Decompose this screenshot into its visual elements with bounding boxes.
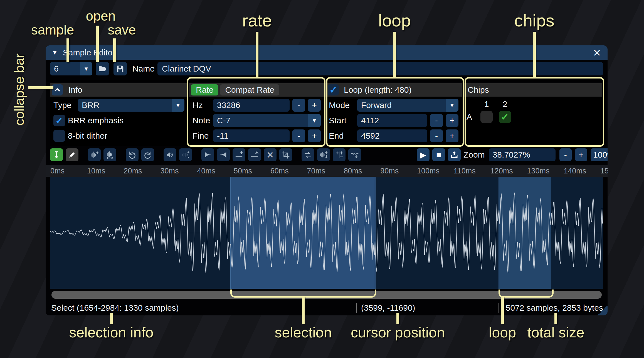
open-sample-button[interactable] <box>96 62 109 75</box>
ruler-label: 130ms <box>527 167 549 175</box>
type-value: BRR <box>78 99 172 112</box>
zoom-out-button[interactable]: - <box>559 148 572 161</box>
window-collapse-icon[interactable]: ▼ <box>52 49 58 56</box>
annotation-loop-bottom: loop <box>489 324 516 341</box>
apply-silence-button[interactable] <box>248 148 261 161</box>
floppy-disk-icon <box>116 65 124 73</box>
delete-button[interactable]: × <box>264 148 277 161</box>
8bit-dither-checkbox[interactable]: ✓ <box>53 130 65 142</box>
screenshot-stage: ▼ Sample Editor × 6 ▼ Name Clarinet DQV <box>0 0 644 358</box>
annotation-rate-line <box>256 32 258 77</box>
undo-button[interactable] <box>126 148 139 161</box>
undo-icon <box>128 151 136 159</box>
waveform-view[interactable] <box>50 177 603 289</box>
sign-plus-minus-icon <box>335 151 343 159</box>
type-label: Type <box>53 100 75 110</box>
filter-button[interactable] <box>348 148 361 161</box>
info-header-label: Info <box>68 85 82 95</box>
ruler-label: 60ms <box>270 167 289 175</box>
redo-icon <box>144 151 152 159</box>
wave-toolbar: × ▶ ■ Zoom 38.7027% - + 100% <box>50 148 603 162</box>
info-panel-header: Info <box>50 83 188 97</box>
save-sample-button[interactable] <box>113 62 127 75</box>
annotation-loop-line <box>393 32 396 77</box>
import-button[interactable] <box>448 148 461 161</box>
annotation-selection-info-line <box>110 313 113 324</box>
insert-silence-button[interactable] <box>233 148 245 161</box>
fade-out-button[interactable] <box>217 148 230 161</box>
cursor-position-text: (3599, -11690) <box>361 300 415 315</box>
time-ruler: 0ms10ms20ms30ms40ms50ms60ms70ms80ms90ms1… <box>46 165 608 177</box>
annotation-total-size-line <box>554 313 557 324</box>
wave-invert-icon <box>319 151 328 159</box>
status-bar: Select (1654-2984: 1330 samples) (3599, … <box>46 300 608 315</box>
ruler-label: 50ms <box>234 167 252 175</box>
annotation-cursor-position-line <box>396 313 399 324</box>
sample-number-combo[interactable]: 6 ▼ <box>50 62 92 75</box>
fade-in-icon <box>204 151 212 159</box>
annotation-cursor-position: cursor position <box>351 324 445 341</box>
wave-updown-icon <box>181 151 190 159</box>
annotation-loop-top: loop <box>378 11 411 30</box>
annotation-chips: chips <box>514 11 555 30</box>
preview-play-button[interactable]: ▶ <box>417 148 430 161</box>
brr-emphasis-checkbox[interactable]: ✓ <box>53 115 65 126</box>
trim-button[interactable] <box>279 148 292 161</box>
waveform-svg <box>50 177 603 289</box>
ruler-label: 40ms <box>197 167 215 175</box>
name-label: Name <box>132 62 155 75</box>
amplify-button[interactable] <box>164 148 176 161</box>
ruler-label: 120ms <box>490 167 513 175</box>
chevron-up-icon <box>54 86 61 94</box>
draw-tool-button[interactable] <box>66 148 78 161</box>
info-panel: Info Type BRR ▼ ✓ BRR emphasis ✓ 8-bit d… <box>50 83 188 146</box>
reverse-arrows-icon <box>304 151 312 159</box>
ruler-label: 30ms <box>160 167 179 175</box>
status-separator <box>499 303 499 313</box>
collapse-bar-button[interactable] <box>52 84 63 95</box>
stop-button[interactable]: ■ <box>432 148 445 161</box>
titlebar[interactable]: ▼ Sample Editor × <box>46 45 608 60</box>
normalize-button[interactable] <box>179 148 192 161</box>
zoom-reset-button[interactable]: 100% <box>591 148 608 161</box>
signedness-button[interactable] <box>333 148 346 161</box>
pencil-icon <box>68 151 76 159</box>
speaker-icon <box>166 151 174 159</box>
annotation-collapse-bar: collapse bar <box>12 53 27 126</box>
status-separator <box>356 303 357 313</box>
ruler-label: 90ms <box>380 167 399 175</box>
close-icon[interactable]: × <box>590 45 604 60</box>
ruler-label: 0ms <box>50 167 65 175</box>
filter-curve-icon <box>351 151 359 159</box>
zoom-input[interactable]: 38.7027% <box>489 148 556 161</box>
zoom-in-button[interactable]: + <box>575 148 587 161</box>
folder-open-icon <box>98 64 107 73</box>
annotation-loop-bracket <box>499 290 554 298</box>
annotation-open: open <box>86 8 116 24</box>
zoom-label: Zoom <box>463 150 485 160</box>
annotation-rate-box <box>187 77 325 147</box>
annotation-selection: selection <box>275 324 332 341</box>
zoom-cluster: Zoom 38.7027% - + 100% <box>463 148 608 161</box>
annotation-loop-bottom-line <box>501 296 504 324</box>
window-title: Sample Editor <box>63 48 115 57</box>
annotation-chips-box <box>465 77 604 147</box>
redo-button[interactable] <box>141 148 154 161</box>
resize-grip[interactable] <box>598 305 608 315</box>
invert-button[interactable] <box>317 148 330 161</box>
chevron-down-icon[interactable]: ▼ <box>172 99 184 112</box>
sample-name-input[interactable]: Clarinet DQV <box>157 62 603 75</box>
resample-button[interactable] <box>103 148 116 161</box>
annotation-loop-box <box>326 77 464 147</box>
ruler-label: 150ms <box>600 167 608 175</box>
selection-info-text: Select (1654-2984: 1330 samples) <box>51 300 179 315</box>
ruler-label: 70ms <box>307 167 325 175</box>
reverse-button[interactable] <box>302 148 314 161</box>
annotation-selection-info: selection info <box>69 324 154 341</box>
type-combo[interactable]: BRR ▼ <box>78 99 184 112</box>
resize-button[interactable] <box>88 148 101 161</box>
chevron-down-icon[interactable]: ▼ <box>80 62 92 75</box>
fade-in-button[interactable] <box>201 148 214 161</box>
crop-icon <box>282 151 290 159</box>
select-tool-button[interactable] <box>50 148 63 161</box>
